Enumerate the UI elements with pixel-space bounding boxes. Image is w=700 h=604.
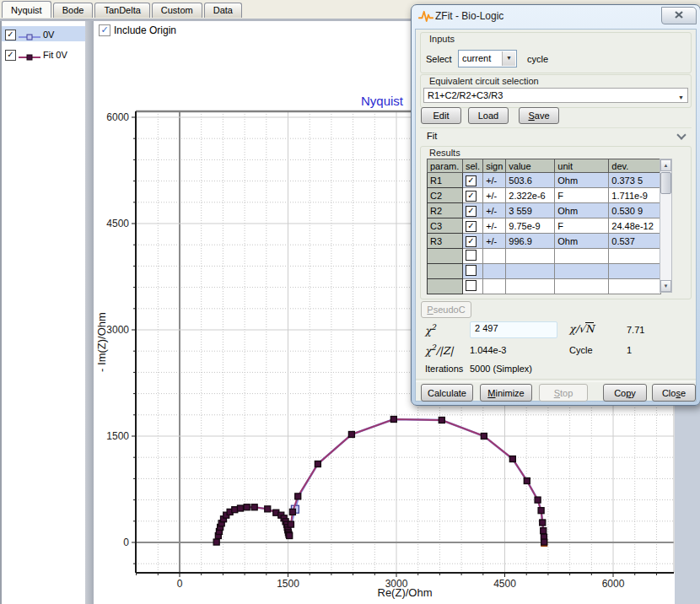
edit-button[interactable]: Edit bbox=[421, 107, 461, 124]
save-button[interactable]: Save bbox=[519, 107, 559, 124]
results-scrollbar[interactable]: ▲ ▼ bbox=[660, 159, 672, 293]
fit-point-marker[interactable] bbox=[287, 533, 293, 539]
pseudoc-button[interactable]: PseudoC bbox=[421, 301, 471, 318]
y-tick-label: 1500 bbox=[106, 430, 129, 442]
param-cell bbox=[428, 264, 463, 279]
dialog-titlebar[interactable]: ZFit - Bio-Logic bbox=[412, 5, 700, 27]
cycle-label: cycle bbox=[527, 54, 548, 64]
calculate-button[interactable]: Calculate bbox=[421, 384, 473, 402]
circuit-dropdown[interactable]: R1+C2/R2+C3/R3 ▼ bbox=[423, 88, 688, 103]
fit-point-marker[interactable] bbox=[237, 505, 243, 511]
fit-point-marker[interactable] bbox=[481, 434, 487, 440]
param-select-checkbox[interactable]: ✓ bbox=[466, 206, 477, 217]
series-symbol-icon bbox=[19, 30, 40, 39]
series-line-0v[interactable] bbox=[217, 419, 545, 542]
fit-point-marker[interactable] bbox=[315, 461, 320, 467]
y-axis-title: - Im(Z)/Ohm bbox=[95, 312, 108, 372]
fit-section-header[interactable]: Fit bbox=[420, 127, 692, 143]
sign-cell bbox=[483, 249, 506, 264]
include-origin-option[interactable]: ✓Include Origin bbox=[99, 24, 176, 36]
param-cell bbox=[428, 279, 463, 294]
unit-cell bbox=[555, 264, 609, 279]
fit-point-marker[interactable] bbox=[540, 520, 546, 526]
fit-point-marker[interactable] bbox=[538, 508, 544, 514]
tab-tandelta[interactable]: TanDelta bbox=[94, 3, 149, 18]
table-row[interactable]: C2✓+/-2.322e-6F1.711e-9 bbox=[428, 188, 661, 203]
include-origin-checkbox[interactable]: ✓ bbox=[99, 24, 110, 36]
fit-point-marker[interactable] bbox=[213, 539, 219, 545]
fit-point-marker[interactable] bbox=[541, 528, 547, 534]
value-cell[interactable]: 9.75e-9 bbox=[506, 218, 555, 234]
fit-point-marker[interactable] bbox=[509, 456, 515, 462]
series-visibility-checkbox[interactable]: ✓ bbox=[5, 30, 16, 40]
value-cell[interactable]: 3 559 bbox=[506, 203, 555, 218]
tab-bode[interactable]: Bode bbox=[53, 3, 94, 18]
table-row[interactable]: R2✓+/-3 559Ohm0.530 9 bbox=[428, 203, 661, 218]
splitter-handle[interactable] bbox=[85, 21, 94, 604]
fit-point-marker[interactable] bbox=[288, 521, 293, 527]
results-group: Results param.sel.signvalueunitdev.R1✓+/… bbox=[420, 146, 692, 299]
tab-nyquist[interactable]: Nyquist bbox=[2, 1, 51, 18]
fit-point-marker[interactable] bbox=[348, 431, 354, 437]
legend-item-0v[interactable]: ✓0V bbox=[2, 26, 85, 41]
chevron-down-icon[interactable] bbox=[678, 132, 685, 138]
scroll-down-icon[interactable]: ▼ bbox=[660, 280, 671, 292]
fit-point-marker[interactable] bbox=[289, 509, 295, 515]
tab-custom[interactable]: Custom bbox=[152, 3, 202, 18]
value-cell[interactable]: 503.6 bbox=[506, 173, 555, 188]
fit-point-marker[interactable] bbox=[524, 478, 530, 484]
series-visibility-checkbox[interactable]: ✓ bbox=[5, 50, 16, 61]
y-tick-label: 4500 bbox=[106, 218, 129, 229]
param-select-checkbox[interactable]: ✓ bbox=[466, 191, 477, 202]
sign-cell: +/- bbox=[483, 173, 506, 188]
value-cell[interactable]: 996.9 bbox=[506, 234, 555, 249]
fit-point-marker[interactable] bbox=[295, 493, 301, 499]
circuit-value: R1+C2/R2+C3/R3 bbox=[428, 90, 503, 100]
param-select-checkbox[interactable] bbox=[466, 250, 477, 261]
fit-point-marker[interactable] bbox=[265, 506, 271, 512]
param-select-checkbox[interactable]: ✓ bbox=[466, 175, 477, 186]
close-button[interactable]: Close bbox=[652, 384, 696, 402]
param-select-checkbox[interactable]: ✓ bbox=[466, 236, 477, 247]
value-cell[interactable]: 2.322e-6 bbox=[506, 188, 555, 203]
close-icon[interactable] bbox=[661, 7, 697, 24]
fit-point-marker[interactable] bbox=[535, 497, 541, 503]
fit-point-marker[interactable] bbox=[439, 418, 444, 423]
sign-cell bbox=[483, 264, 506, 279]
cycle-select-dropdown[interactable]: current ▼ bbox=[458, 50, 517, 67]
sel-cell bbox=[463, 249, 483, 264]
value-cell[interactable] bbox=[506, 279, 555, 294]
chevron-down-icon[interactable]: ▼ bbox=[678, 91, 684, 104]
x-tick-label: 1500 bbox=[277, 578, 299, 590]
table-row[interactable] bbox=[428, 249, 661, 264]
legend-item-fit-0v[interactable]: ✓Fit 0V bbox=[2, 46, 85, 62]
chi2-value-field[interactable]: 2 497 bbox=[470, 321, 557, 338]
table-row[interactable]: R1✓+/-503.6Ohm0.373 5 bbox=[428, 173, 661, 188]
param-select-checkbox[interactable] bbox=[466, 280, 477, 291]
series-label: Fit 0V bbox=[43, 50, 67, 60]
minimize-button[interactable]: Minimize bbox=[480, 384, 532, 402]
stop-button[interactable]: Stop bbox=[539, 384, 588, 402]
series-line-fit-0v[interactable] bbox=[217, 419, 545, 542]
fit-point-marker[interactable] bbox=[390, 417, 396, 423]
value-cell[interactable] bbox=[506, 249, 555, 264]
table-row[interactable] bbox=[428, 264, 661, 279]
fit-point-marker[interactable] bbox=[244, 504, 250, 510]
fit-point-marker[interactable] bbox=[232, 507, 238, 513]
tab-data[interactable]: Data bbox=[204, 3, 242, 18]
chi-sqrtn-label: χ/√N bbox=[569, 323, 594, 335]
table-row[interactable] bbox=[428, 279, 661, 294]
scrollbar-thumb[interactable] bbox=[660, 172, 671, 194]
scroll-up-icon[interactable]: ▲ bbox=[660, 159, 671, 171]
fit-point-marker[interactable] bbox=[541, 539, 547, 545]
value-cell[interactable] bbox=[506, 264, 555, 279]
param-select-checkbox[interactable]: ✓ bbox=[466, 221, 477, 232]
iterations-value: 5000 (Simplex) bbox=[470, 364, 532, 374]
param-select-checkbox[interactable] bbox=[466, 265, 477, 276]
fit-point-marker[interactable] bbox=[251, 504, 257, 510]
table-row[interactable]: R3✓+/-996.9Ohm0.537 bbox=[428, 234, 661, 249]
table-row[interactable]: C3✓+/-9.75e-9F24.48e-12 bbox=[428, 218, 661, 234]
load-button[interactable]: Load bbox=[468, 107, 509, 124]
chevron-down-icon[interactable]: ▼ bbox=[502, 51, 515, 66]
copy-button[interactable]: Copy bbox=[603, 384, 647, 402]
